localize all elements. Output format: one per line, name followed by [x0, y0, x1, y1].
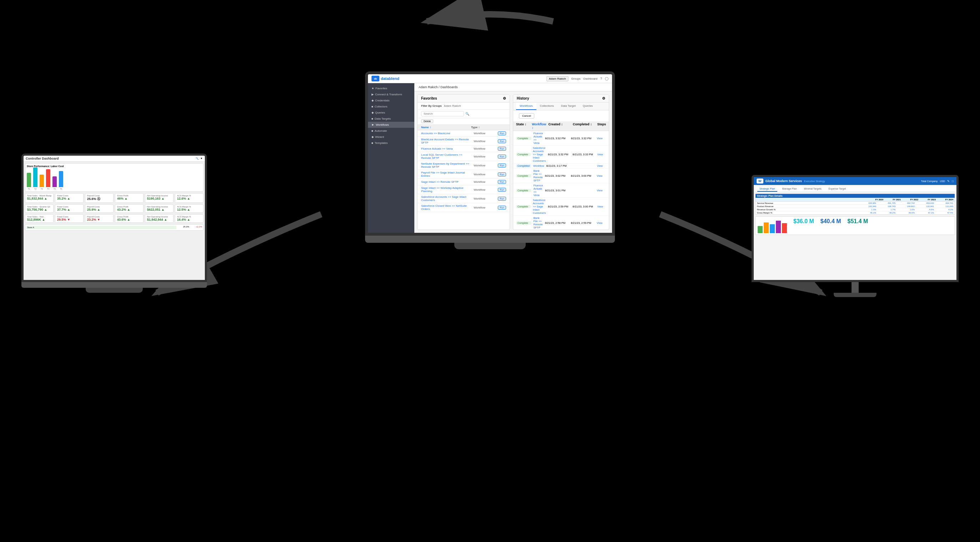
- col-type-header: Type ↕: [471, 126, 493, 129]
- db-dashboard-btn[interactable]: Dashboard: [584, 77, 597, 80]
- steps-link[interactable]: View: [597, 153, 606, 156]
- vena-tab-strategic[interactable]: Strategic Plan: [757, 187, 777, 192]
- bar-label: T2: [34, 188, 37, 190]
- sidebar-item-workflows[interactable]: ► Workflows: [368, 122, 414, 128]
- row-val: 109,842: [897, 205, 915, 207]
- vena-tab-expense[interactable]: Expense Target: [827, 187, 848, 192]
- sidebar-item-automate[interactable]: ■ Automate: [368, 128, 414, 134]
- vena-tab-minimal[interactable]: Minimal Targets: [802, 187, 824, 192]
- row-val: 4.2%: [935, 209, 953, 210]
- sidebar-item-queries[interactable]: ◆ Queries: [368, 110, 414, 116]
- search-input[interactable]: [421, 111, 464, 116]
- run-button[interactable]: Run: [498, 155, 506, 159]
- row-type: Workflow: [474, 132, 495, 135]
- history-row: Complete Fluence Actuals >> Vena 8/21/23…: [513, 131, 609, 146]
- filter-icon: ▼: [200, 157, 203, 160]
- chart-bar: [764, 222, 769, 233]
- key-icon: ◆: [372, 99, 374, 102]
- col-action-header: [495, 126, 506, 129]
- steps-link[interactable]: View: [597, 174, 606, 177]
- run-button[interactable]: Run: [498, 188, 506, 192]
- table-row: Salesforce Closed Won >> NetSuite Orders…: [418, 203, 510, 212]
- monitor-stem: [851, 282, 859, 293]
- bottom-val: +2.1%: [191, 226, 202, 229]
- history-header: History ⚙: [513, 95, 609, 102]
- metric-value: 43.6% ▲: [117, 218, 141, 222]
- steps-link[interactable]: View: [597, 222, 606, 225]
- db-groups-btn[interactable]: Groups: [571, 77, 581, 80]
- row-label: Service Revenue: [757, 202, 857, 204]
- row-val: 461,745: [878, 202, 896, 204]
- metric-card: Net Operating Income $622,051 ▲: [145, 204, 173, 213]
- vena-tab-manage[interactable]: Manage Plan: [780, 187, 799, 192]
- col-name-header: Name ↕: [421, 126, 468, 129]
- laptop-base: [365, 236, 615, 243]
- workflow-name: Fluence Actuals >> Vena: [533, 132, 543, 145]
- steps-link[interactable]: View: [597, 205, 606, 208]
- tab-queries[interactable]: Queries: [579, 102, 597, 110]
- table-row: BlackLine Account Details >> Remote SFTP…: [418, 137, 510, 146]
- filter-value: Adam Rakich: [444, 104, 461, 107]
- steps-link[interactable]: View: [597, 164, 606, 167]
- metric-value: 12.5% ▲: [177, 208, 201, 211]
- sidebar-label-favorites: Favorites: [375, 87, 387, 90]
- ctrl-title: Controller Dashboard: [26, 157, 59, 160]
- sidebar-item-templates[interactable]: ■ Templates: [368, 140, 414, 146]
- expand-icon[interactable]: □: [952, 180, 954, 183]
- metric-card: Gross Profit 46% ▲: [115, 193, 143, 203]
- db-user-icon[interactable]: ◯: [605, 77, 608, 80]
- run-button[interactable]: Run: [498, 206, 506, 210]
- datablend-laptop: db datablend Adam Rakich Groups Dashboar…: [365, 72, 615, 257]
- steps-link[interactable]: View: [597, 189, 606, 192]
- delete-button[interactable]: Delete: [421, 119, 433, 123]
- row-val: 110,941: [916, 205, 934, 207]
- bar: [40, 175, 44, 187]
- metric-value: 37.7% ▲: [57, 208, 81, 211]
- run-button[interactable]: Run: [498, 180, 506, 184]
- steps-link[interactable]: View: [597, 137, 606, 140]
- run-button[interactable]: Run: [498, 197, 506, 201]
- row-name: BlackLine Account Details >> Remote SFTP: [421, 138, 471, 144]
- workflow-name: Bank File >> Remote SFTP: [533, 169, 543, 182]
- sidebar-item-connect[interactable]: ▶ Connect & Transform: [368, 91, 414, 97]
- run-button[interactable]: Run: [498, 164, 506, 167]
- monitor-foot: [834, 293, 877, 297]
- col-completed-header: Completed ↕: [573, 123, 595, 130]
- edit-icon[interactable]: ✎: [947, 180, 950, 183]
- created-date: 8/21/23, 3:32 PM: [548, 153, 570, 156]
- query-icon: ◆: [372, 111, 374, 114]
- run-button[interactable]: Run: [498, 139, 506, 143]
- sidebar-item-datatargets[interactable]: ■ Data Targets: [368, 116, 414, 122]
- cancel-button[interactable]: Cancel: [519, 113, 534, 118]
- vena-revenue-1: $36.0 M: [793, 218, 814, 224]
- tab-data-target[interactable]: Data Target: [557, 102, 579, 110]
- tab-collections[interactable]: Collections: [536, 102, 557, 110]
- sidebar-item-favorites[interactable]: ★ Favorites: [368, 85, 414, 91]
- filter-row: Filter By Groups Adam Rakich: [418, 102, 510, 110]
- search-icon: 🔍: [196, 157, 199, 160]
- tab-workflows[interactable]: Workflows: [516, 102, 536, 110]
- sidebar-item-credentials[interactable]: ◆ Credentials: [368, 97, 414, 104]
- metrics-row-2: Total Sales - Quarter Q2 $3,756,790 ▲ Fi…: [25, 204, 204, 213]
- controller-dashboard: Controller Dashboard 🔍 ▼ Store Performan…: [24, 156, 205, 280]
- run-button[interactable]: Run: [498, 147, 506, 151]
- metric-card: Gross Profit 43.2% ▲: [115, 204, 143, 213]
- vena-row: Gross Margin % 45.1% 46.2% 46.5% 47.1% 4…: [756, 211, 955, 215]
- run-button[interactable]: Run: [498, 172, 506, 176]
- metrics-row-1: Total Sales - Month Budget $1,832,844 ▲ …: [25, 193, 204, 203]
- vena-table: Strategic Plan Details FY 2020 FY 2021 F…: [755, 193, 955, 215]
- status-badge: Complete: [516, 153, 531, 156]
- metric-card: Payroll Costs 25.9% ▲: [85, 204, 113, 213]
- settings-icon[interactable]: ⚙: [503, 96, 506, 100]
- row-val: 1.3%: [858, 209, 876, 210]
- run-button[interactable]: Run: [498, 131, 506, 136]
- db-help-icon[interactable]: ?: [600, 77, 602, 80]
- sidebar-item-wizard[interactable]: ◆ Wizard: [368, 134, 414, 140]
- bar-chart-section: Store Performance: Labor Cost T1 T2 T: [25, 163, 204, 192]
- db-user-button[interactable]: Adam Rakich: [546, 76, 568, 81]
- created-date: 8/21/23, 3:17 PM: [546, 164, 570, 167]
- history-settings-icon[interactable]: ⚙: [602, 96, 605, 100]
- metric-value: $622,051 ▲: [147, 208, 171, 211]
- row-name: Accounts >> BlackLine: [421, 132, 471, 135]
- sidebar-item-collectors[interactable]: ■ Collectors: [368, 104, 414, 110]
